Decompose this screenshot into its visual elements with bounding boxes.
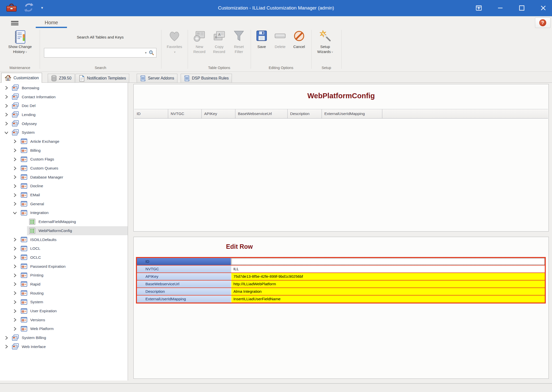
setup-wizards-button[interactable]: Setup Wizards˅ <box>311 30 339 55</box>
tree-chevron-icon[interactable] <box>11 139 18 144</box>
tree-chevron-icon[interactable] <box>11 202 18 206</box>
tree-chevron-icon[interactable] <box>11 300 18 304</box>
tree-chevron-icon[interactable] <box>2 104 10 108</box>
column-header[interactable]: Description <box>288 109 322 118</box>
tree-item[interactable]: A Custom Flags <box>0 155 128 164</box>
content-area: Borrowing Contact Information <box>0 83 552 383</box>
tree-chevron-icon[interactable] <box>11 318 18 322</box>
tree-chevron-icon[interactable] <box>2 130 10 135</box>
search-input[interactable] <box>44 49 143 56</box>
tree-chevron-icon[interactable] <box>11 148 18 152</box>
svg-text:A: A <box>22 257 24 259</box>
svg-text:A: A <box>22 239 24 241</box>
tree-chevron-icon[interactable] <box>11 273 18 278</box>
tree-item[interactable]: A Billing <box>0 146 128 155</box>
toolbox-icon[interactable] <box>6 3 17 13</box>
tree-item[interactable]: A LOCL <box>0 244 128 253</box>
tree-chevron-icon[interactable] <box>2 95 10 99</box>
tree-item[interactable]: A Integration <box>0 208 128 218</box>
tree-item[interactable]: A Web Platform <box>0 324 128 334</box>
document-tab[interactable]: Server Addons <box>137 74 177 82</box>
document-tab[interactable]: Customization <box>1 73 42 83</box>
tree-item[interactable]: A User Expiration <box>0 306 128 316</box>
tree-item[interactable]: Borrowing <box>0 84 128 92</box>
column-header[interactable]: ID <box>134 109 168 118</box>
cancel-button[interactable]: Cancel <box>285 30 313 49</box>
edit-field-value[interactable] <box>231 258 545 265</box>
maximize-icon[interactable] <box>518 4 526 12</box>
tree-item[interactable]: A General <box>0 200 128 208</box>
hamburger-menu-icon[interactable] <box>11 21 18 25</box>
tree-item[interactable]: A System <box>0 298 128 307</box>
document-tab[interactable]: DSP Business Rules <box>181 74 232 82</box>
tree-item[interactable]: Lending <box>0 110 128 119</box>
edit-value-focus-field[interactable] <box>231 258 545 265</box>
tree-item[interactable]: A EMail <box>0 190 128 200</box>
tree-item[interactable]: A Rapid <box>0 280 128 289</box>
tree-chevron-icon[interactable] <box>2 336 10 340</box>
tree-item[interactable]: A Article Exchange <box>0 137 128 146</box>
tree-item[interactable]: System Billing <box>0 333 128 342</box>
tree-chevron-icon[interactable] <box>2 344 10 349</box>
tree-item[interactable]: A Docline <box>0 182 128 191</box>
tree-item[interactable]: System <box>0 128 128 137</box>
help-button[interactable]: ? <box>535 18 551 28</box>
edit-row-panel: Edit Row ID NVTGC ILL APIKey 75d7de13-8f… <box>133 237 549 379</box>
edit-field-value[interactable]: ILL <box>231 266 545 272</box>
document-tab[interactable]: Z39.50 <box>48 74 75 82</box>
edit-field-value[interactable]: InsertILLiadUserFieldName <box>231 296 545 302</box>
tree-chevron-icon[interactable] <box>2 86 10 90</box>
tree-chevron-icon[interactable] <box>11 264 18 268</box>
tree-item[interactable]: A ISOILLDefaults <box>0 235 128 244</box>
table-group-icon <box>11 334 19 342</box>
tree-chevron-icon[interactable] <box>11 255 18 260</box>
tree-chevron-icon[interactable] <box>11 246 18 251</box>
tree-chevron-icon[interactable] <box>11 193 18 197</box>
tree-item[interactable]: A Versions <box>0 316 128 324</box>
tree-item[interactable]: WebPlatformConfig <box>0 226 128 235</box>
tree-chevron-icon[interactable] <box>11 166 18 170</box>
tree-item[interactable]: A Routing <box>0 289 128 298</box>
tree-chevron-icon[interactable] <box>11 238 18 242</box>
tree-chevron-icon[interactable] <box>11 157 18 162</box>
edit-field-value[interactable]: http://ILLiadWebPlatform <box>231 280 545 288</box>
refresh-icon[interactable] <box>23 2 34 14</box>
tree-chevron-icon[interactable] <box>11 291 18 295</box>
tree-item[interactable]: A Password Expiration <box>0 262 128 271</box>
dropdown-caret-icon[interactable]: ▼ <box>40 6 44 10</box>
tree-item[interactable]: ExternalFieldMapping <box>0 217 128 226</box>
tree-chevron-icon[interactable] <box>11 282 18 286</box>
tree-chevron-icon[interactable] <box>2 122 10 126</box>
show-change-history-button[interactable]: Show Change History˅ <box>6 30 34 55</box>
document-tab[interactable]: Notification Templates <box>75 74 129 82</box>
minimize-icon[interactable] <box>496 4 505 12</box>
column-header[interactable]: BaseWebserviceUrl <box>235 109 288 118</box>
search-dropdown-caret-icon[interactable]: ▼ <box>143 51 149 54</box>
tree-item[interactable]: A Custom Queues <box>0 164 128 173</box>
edit-field-value[interactable]: 75d7de13-8f5e-42fe-899f-9bd1c90256bf <box>231 273 545 280</box>
column-header[interactable]: APIKey <box>202 109 235 118</box>
tree-chevron-icon[interactable] <box>11 309 18 313</box>
tree-chevron-icon[interactable] <box>11 175 18 179</box>
favorites-button[interactable]: Favorites ˅ <box>161 30 188 55</box>
tree-chevron-icon[interactable] <box>11 184 18 188</box>
tab-home[interactable]: Home <box>36 16 67 28</box>
tree-item-label: Custom Queues <box>30 166 58 170</box>
search-icon[interactable] <box>149 50 156 56</box>
tree-item[interactable]: Web Interface <box>0 342 128 351</box>
edit-field-value[interactable]: Alma Integration <box>231 288 545 295</box>
close-icon[interactable] <box>539 4 548 12</box>
tree-item[interactable]: Doc Del <box>0 101 128 110</box>
tree-chevron-icon[interactable] <box>11 211 18 215</box>
tree-item[interactable]: A Printing <box>0 271 128 280</box>
column-header[interactable]: ExternalUserIdMapping <box>322 109 382 118</box>
tree-item[interactable]: Contact Information <box>0 92 128 102</box>
tree-chevron-icon[interactable] <box>11 327 18 331</box>
tree-item[interactable]: Odyssey <box>0 119 128 128</box>
tree-item[interactable]: A Database Manager <box>0 173 128 182</box>
column-header[interactable]: NVTGC <box>168 109 202 118</box>
ribbon-display-icon[interactable] <box>475 4 483 12</box>
copy-record-icon: A A <box>213 30 225 44</box>
tree-item[interactable]: A OCLC <box>0 253 128 262</box>
tree-chevron-icon[interactable] <box>2 112 10 117</box>
